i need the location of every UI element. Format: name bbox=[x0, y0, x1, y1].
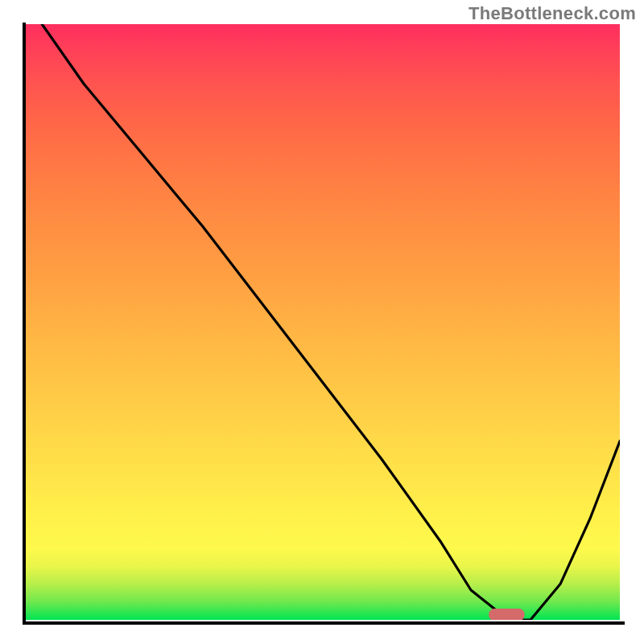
chart-container: TheBottleneck.com bbox=[0, 0, 644, 644]
watermark-text: TheBottleneck.com bbox=[469, 3, 636, 24]
optimum-marker bbox=[489, 609, 524, 620]
plot-area bbox=[24, 24, 620, 620]
chart-overlay bbox=[24, 24, 620, 620]
bottleneck-curve bbox=[42, 24, 620, 620]
